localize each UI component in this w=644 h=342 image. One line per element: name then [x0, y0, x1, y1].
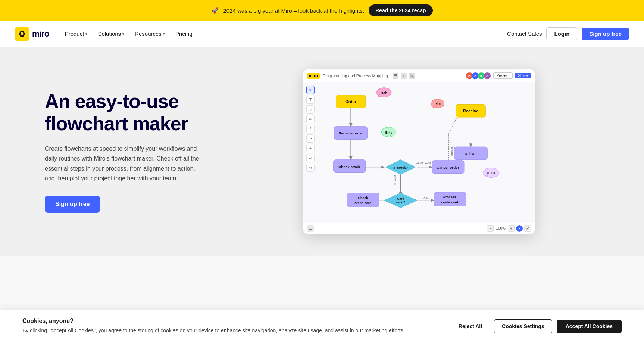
sidebar-toggle-icon[interactable]: ☰	[307, 225, 314, 232]
zoom-controls: − 100% + ● ⤢	[487, 225, 531, 232]
logo[interactable]: miro	[15, 27, 49, 41]
svg-text:Process: Process	[443, 195, 456, 199]
connector-tool[interactable]: /	[306, 125, 315, 133]
banner-emoji: 🚀	[211, 7, 219, 14]
chevron-down-icon: ▾	[163, 32, 165, 36]
hero-right: miro Diagramming and Process Mapping ☰ ↑…	[224, 69, 614, 234]
navbar: miro Product ▾ Solutions ▾ Resources ▾ P…	[0, 21, 644, 47]
search-icon[interactable]: 🔍	[409, 73, 415, 79]
chevron-down-icon: ▾	[85, 32, 87, 36]
nav-solutions[interactable]: Solutions ▾	[93, 28, 129, 40]
upload-icon[interactable]: ↑	[401, 73, 407, 79]
plus-tool[interactable]: +	[306, 144, 315, 152]
banner-text: 2024 was a big year at Miro – look back …	[223, 7, 364, 14]
canvas-bottom-bar: ☰ − 100% + ● ⤢	[303, 223, 535, 234]
svg-text:Invalid: Invalid	[451, 147, 454, 156]
svg-text:Check: Check	[358, 196, 368, 200]
fullscreen-button[interactable]: ⤢	[524, 225, 531, 232]
svg-text:Receive order: Receive order	[338, 131, 363, 136]
svg-text:credit card: credit card	[354, 201, 371, 205]
avatar-user4: A	[484, 72, 491, 80]
svg-rect-27	[347, 193, 379, 207]
hero-section: An easy-to-use flowchart maker Create fl…	[0, 47, 644, 256]
avatar-cluster: R P B A	[467, 72, 491, 80]
redo-tool[interactable]: ↪	[306, 164, 315, 172]
zoom-fit-button[interactable]: ●	[516, 225, 523, 232]
menu-icon[interactable]: ☰	[393, 73, 398, 79]
arrow-tool[interactable]: ↗	[306, 134, 315, 143]
canvas-toolbar-icons: ☰ ↑ 🔍	[393, 73, 415, 79]
login-button[interactable]: Login	[546, 27, 577, 40]
hero-signup-button[interactable]: Sign up free	[45, 196, 100, 213]
logo-icon	[15, 27, 29, 41]
hero-left: An easy-to-use flowchart maker Create fl…	[45, 90, 201, 212]
contact-sales-link[interactable]: Contact Sales	[507, 31, 542, 37]
svg-text:Cancel order: Cancel order	[437, 165, 459, 170]
text-tool[interactable]: T	[306, 96, 315, 104]
svg-text:valid?: valid?	[396, 200, 405, 204]
banner-cta-button[interactable]: Read the 2024 recap	[369, 4, 432, 16]
canvas-topbar-right: R P B A Present Share	[467, 72, 531, 80]
nav-product[interactable]: Product ▾	[60, 28, 92, 40]
hero-title: An easy-to-use flowchart maker	[45, 90, 201, 135]
canvas-body: ↖ T ○ ✏ / ↗ + ↩ ↪	[303, 82, 535, 223]
signup-button-nav[interactable]: Sign up free	[582, 28, 629, 40]
chevron-down-icon: ▾	[122, 32, 124, 36]
svg-text:Receive: Receive	[463, 109, 478, 113]
svg-text:In stock: In stock	[393, 175, 396, 185]
svg-text:Deliver: Deliver	[465, 152, 477, 156]
svg-text:Check stock: Check stock	[338, 165, 360, 169]
present-button[interactable]: Present	[493, 72, 513, 79]
nav-links: Product ▾ Solutions ▾ Resources ▾ Pricin…	[60, 28, 507, 40]
shape-tool[interactable]: ○	[306, 105, 315, 114]
flowchart-canvas: miro Diagramming and Process Mapping ☰ ↑…	[303, 69, 535, 234]
nav-resources[interactable]: Resources ▾	[130, 28, 169, 40]
logo-wordmark: miro	[32, 29, 49, 39]
svg-text:credit card: credit card	[441, 200, 458, 204]
svg-text:Valid: Valid	[423, 196, 429, 200]
zoom-level: 100%	[495, 226, 506, 230]
zoom-out-button[interactable]: −	[487, 225, 494, 232]
cursor-tool[interactable]: ↖	[306, 86, 315, 94]
canvas-topbar: miro Diagramming and Process Mapping ☰ ↑…	[303, 69, 535, 82]
canvas-left-toolbar: ↖ T ○ ✏ / ↗ + ↩ ↪	[306, 86, 315, 172]
flowchart-svg: Order Receive order Check stock In stock…	[318, 82, 535, 223]
hero-description: Create flowcharts at speed to simplify y…	[45, 144, 201, 184]
svg-text:Order: Order	[345, 99, 356, 104]
canvas-logo: miro	[307, 73, 320, 79]
svg-text:Out of stock: Out of stock	[416, 161, 431, 164]
zoom-in-button[interactable]: +	[508, 225, 515, 232]
svg-rect-34	[434, 192, 466, 206]
svg-text:In stock?: In stock?	[393, 166, 408, 170]
canvas-title: Diagramming and Process Mapping	[323, 74, 388, 78]
pen-tool[interactable]: ✏	[306, 115, 315, 123]
svg-text:Card: Card	[397, 197, 404, 200]
nav-pricing[interactable]: Pricing	[171, 28, 197, 40]
share-button[interactable]: Share	[515, 73, 531, 78]
nav-right: Contact Sales Login Sign up free	[507, 27, 629, 40]
top-banner: 🚀 2024 was a big year at Miro – look bac…	[0, 0, 644, 21]
undo-tool[interactable]: ↩	[306, 154, 315, 162]
